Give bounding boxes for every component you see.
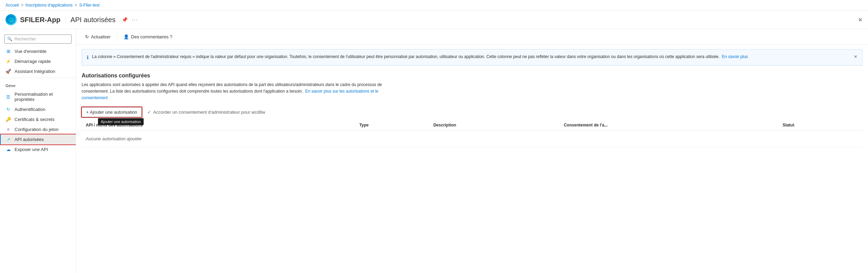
breadcrumb-sep-1: > xyxy=(21,3,24,8)
section-title: Autorisations configurées xyxy=(82,73,862,79)
main-content: Autorisations configurées Les applicatio… xyxy=(76,70,868,153)
info-banner: ℹ La colonne « Consentement de l'adminis… xyxy=(82,49,862,66)
breadcrumb-app[interactable]: S-Fller-test xyxy=(79,3,100,8)
content-area: ↻ Actualiser 👤 Des commentaires ? ℹ La c… xyxy=(76,29,868,273)
breadcrumb-sep-2: > xyxy=(75,3,77,8)
sidebar-label-overview: Vue d'ensemble xyxy=(15,49,46,54)
overview-icon: ⊞ xyxy=(6,49,11,54)
section-manage-label: Gérer xyxy=(0,79,76,89)
feedback-label: Des commentaires ? xyxy=(131,34,172,39)
sidebar-item-integration[interactable]: 🚀 Assistant Intégration xyxy=(0,66,76,76)
app-name: SFILER-App xyxy=(20,16,61,24)
info-text: La colonne « Consentement de l'administr… xyxy=(92,54,748,60)
token-config-icon: ≡ xyxy=(6,127,11,132)
search-wrapper: 🔍 Rechercher « xyxy=(4,35,72,44)
table-header-row: API / noms des autorisations Type Descri… xyxy=(82,120,862,131)
breadcrumb: Accueil > Inscriptions d'applications > … xyxy=(0,0,868,11)
svg-point-1 xyxy=(10,19,12,21)
sidebar-item-api[interactable]: ↗ API autorisées xyxy=(0,134,76,144)
main-header: SFILER-App | API autorisées 📌 ··· ✕ xyxy=(0,11,868,29)
sidebar-label-expose-api: Exposer une API xyxy=(15,147,48,152)
add-permission-label: + Ajouter une autorisation xyxy=(86,110,137,115)
sidebar-label-customization: Personnalisation et propriétés xyxy=(15,92,70,102)
sidebar-item-certificates[interactable]: 🔑 Certificats & secrets xyxy=(0,114,76,124)
app-logo xyxy=(6,14,17,25)
close-icon[interactable]: ✕ xyxy=(858,17,862,23)
api-icon: ↗ xyxy=(6,137,11,142)
search-placeholder: Rechercher xyxy=(15,37,36,41)
pin-icon[interactable]: 📌 xyxy=(122,17,128,22)
header-icons: 📌 ··· xyxy=(122,17,138,22)
more-icon[interactable]: ··· xyxy=(132,17,138,22)
sidebar-label-integration: Assistant Intégration xyxy=(15,69,55,74)
main-layout: 🔍 Rechercher « ⊞ Vue d'ensemble ⚡ Démarr… xyxy=(0,29,868,273)
toolbar-separator xyxy=(117,34,117,40)
sidebar-label-quickstart: Démarrage rapide xyxy=(15,59,51,64)
search-box: 🔍 Rechercher xyxy=(4,35,72,44)
action-bar: + Ajouter une autorisation Ajouter une a… xyxy=(82,107,862,117)
sidebar-label-token-config: Configuration du jeton xyxy=(15,127,58,132)
sidebar-label-auth: Authentification xyxy=(15,107,45,112)
sidebar-divider xyxy=(0,78,76,78)
sidebar-item-auth[interactable]: ↻ Authentification xyxy=(0,104,76,114)
feedback-button[interactable]: 👤 Des commentaires ? xyxy=(120,32,176,41)
grant-consent-button[interactable]: ✓ Accorder un consentement d'administrat… xyxy=(145,107,268,117)
consent-label: Accorder un consentement d'administrateu… xyxy=(153,110,265,115)
toolbar: ↻ Actualiser 👤 Des commentaires ? xyxy=(76,29,868,45)
info-link[interactable]: En savoir plus xyxy=(722,54,748,59)
add-permission-button[interactable]: + Ajouter une autorisation Ajouter une a… xyxy=(82,107,142,117)
refresh-button[interactable]: ↻ Actualiser xyxy=(82,32,114,41)
page-title: API autorisées xyxy=(71,16,116,24)
sidebar: 🔍 Rechercher « ⊞ Vue d'ensemble ⚡ Démarr… xyxy=(0,29,76,273)
breadcrumb-inscriptions[interactable]: Inscriptions d'applications xyxy=(26,3,73,8)
col-consent: Consentement de l'a... xyxy=(560,120,778,131)
breadcrumb-home[interactable]: Accueil xyxy=(6,3,19,8)
feedback-icon: 👤 xyxy=(123,34,129,39)
sidebar-item-quickstart[interactable]: ⚡ Démarrage rapide xyxy=(0,56,76,66)
certificates-icon: 🔑 xyxy=(6,117,11,122)
consent-icon: ✓ xyxy=(147,110,151,115)
col-type: Type xyxy=(355,120,429,131)
info-close-icon[interactable]: ✕ xyxy=(854,54,857,60)
add-permission-tooltip: Ajouter une autorisation xyxy=(98,118,144,125)
customization-icon: ☰ xyxy=(6,94,11,100)
empty-row-text: Aucune autorisation ajoutée xyxy=(82,130,862,147)
sidebar-item-token-config[interactable]: ≡ Configuration du jeton xyxy=(0,124,76,134)
integration-icon: 🚀 xyxy=(6,69,11,74)
sidebar-item-overview[interactable]: ⊞ Vue d'ensemble xyxy=(0,46,76,56)
col-description: Description xyxy=(429,120,560,131)
header-separator: | xyxy=(65,16,66,24)
refresh-label: Actualiser xyxy=(91,34,111,39)
quickstart-icon: ⚡ xyxy=(6,59,11,64)
sidebar-label-certificates: Certificats & secrets xyxy=(15,117,55,122)
search-icon: 🔍 xyxy=(7,37,12,41)
table-row-empty: Aucune autorisation ajoutée xyxy=(82,130,862,147)
col-status: Statut xyxy=(778,120,862,131)
sidebar-label-api: API autorisées xyxy=(15,137,44,142)
sidebar-item-customization[interactable]: ☰ Personnalisation et propriétés xyxy=(0,89,76,104)
section-description: Les applications sont autorisées à appel… xyxy=(82,82,393,102)
permissions-table: API / noms des autorisations Type Descri… xyxy=(82,120,862,147)
auth-icon: ↻ xyxy=(6,107,11,112)
sidebar-item-expose-api[interactable]: ☁ Exposer une API xyxy=(0,144,76,154)
info-icon: ℹ xyxy=(87,54,89,61)
refresh-icon: ↻ xyxy=(85,34,89,39)
expose-api-icon: ☁ xyxy=(6,147,11,152)
